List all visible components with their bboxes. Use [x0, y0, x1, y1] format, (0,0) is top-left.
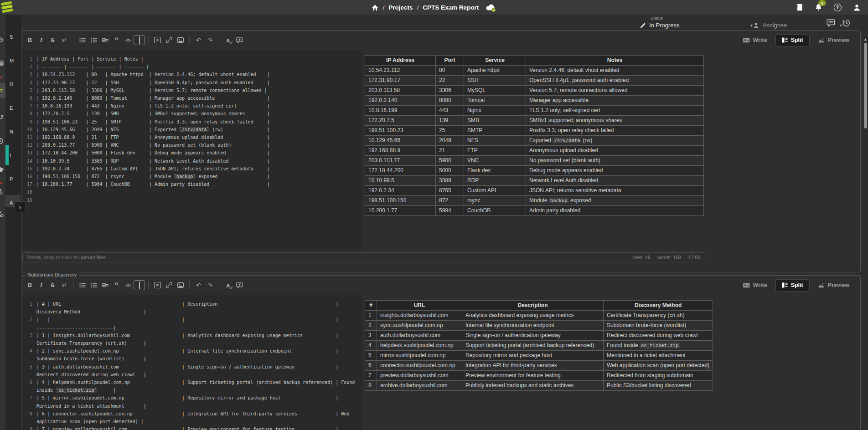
- bold-button[interactable]: B: [24, 280, 36, 290]
- table-header-cell: #: [365, 301, 377, 311]
- tab-preview[interactable]: Preview: [811, 279, 856, 292]
- collapsed-section-item[interactable]: D: [10, 80, 20, 88]
- notifications-bell-icon[interactable]: 6: [813, 2, 823, 12]
- italic-button[interactable]: I: [36, 280, 47, 290]
- footnote-button[interactable]: F: [152, 35, 163, 45]
- superscript-button[interactable]: x²: [58, 35, 70, 45]
- numbered-list-button[interactable]: 123: [88, 280, 99, 290]
- spellcheck-button[interactable]: A✓: [222, 280, 234, 290]
- collapsed-section-item[interactable]: E: [10, 104, 20, 112]
- tab-preview[interactable]: Preview: [811, 34, 856, 46]
- table-cell: NFS: [464, 136, 526, 146]
- collapsed-section-item[interactable]: S: [10, 33, 20, 41]
- settings-gear-icon[interactable]: ⚙: [0, 36, 5, 44]
- undo-history-icon[interactable]: ↺: [0, 113, 5, 121]
- collapsed-section-item[interactable]: N: [10, 128, 20, 136]
- file-upload-dropzone[interactable]: Paste, drop or click to upload files lin…: [22, 252, 705, 262]
- recent-clock-icon[interactable]: [0, 138, 5, 146]
- numbered-list-button[interactable]: 123: [88, 35, 99, 45]
- report-sections-icon[interactable]: ≡: [0, 87, 5, 95]
- editor-line: 1| # | URL | Description |Discovery Meth…: [22, 300, 362, 316]
- bold-button[interactable]: B: [24, 35, 36, 45]
- sidebar-expand-button[interactable]: ›: [14, 201, 26, 212]
- scrollbar-thumb[interactable]: [864, 43, 867, 128]
- blockquote-button[interactable]: “: [111, 280, 122, 290]
- chef-hat-icon[interactable]: [0, 167, 5, 175]
- breadcrumb-projects-link[interactable]: Projects: [388, 4, 413, 11]
- notification-dot: [0, 182, 2, 184]
- undo-button[interactable]: ↶: [193, 35, 204, 45]
- blockquote-button[interactable]: “: [111, 35, 122, 45]
- strikethrough-button[interactable]: S: [47, 35, 58, 45]
- image-button[interactable]: [175, 280, 186, 290]
- table-button[interactable]: [134, 35, 145, 45]
- help-icon[interactable]: ?: [832, 2, 842, 12]
- table-cell: RDP: [464, 176, 526, 186]
- table-header-cell: Discovery Method: [604, 301, 713, 311]
- superscript-button[interactable]: x²: [58, 280, 70, 290]
- table-header-cell: IP Address: [365, 56, 436, 66]
- comments-icon[interactable]: [826, 18, 836, 27]
- scroll-up-arrow[interactable]: ▲: [863, 37, 868, 42]
- table-cell: 203.0.113.58: [365, 86, 436, 96]
- window-scrollbar: ▲: [863, 15, 868, 430]
- collapsed-section-item[interactable]: I: [10, 151, 20, 159]
- line-number: 5: [22, 87, 36, 94]
- history-icon[interactable]: [841, 18, 851, 27]
- table-cell: 2049: [436, 136, 464, 146]
- code-button[interactable]: <>: [122, 280, 134, 290]
- redo-button[interactable]: ↷: [204, 35, 216, 45]
- bullet-list-button[interactable]: [77, 35, 88, 45]
- markdown-source-editor[interactable]: 1| IP Address | Port | Service | Notes |…: [21, 50, 362, 250]
- add-comment-button[interactable]: [234, 280, 245, 290]
- markdown-source-editor[interactable]: 1| # | URL | Description |Discovery Meth…: [21, 295, 362, 430]
- table-cell: 8765: [436, 186, 464, 196]
- home-icon[interactable]: [372, 4, 379, 11]
- line-number: 14: [22, 157, 36, 165]
- editor-line: 15| 192.0.2.34 | 8765 | Custom API | JSO…: [22, 165, 362, 173]
- tab-write[interactable]: Write: [736, 279, 774, 292]
- code-button[interactable]: <>: [122, 35, 134, 45]
- tab-write[interactable]: Write: [736, 34, 774, 46]
- table-row: 10.129.45.662049NFSExported /srv/data (r…: [365, 136, 704, 146]
- italic-button[interactable]: I: [36, 35, 47, 45]
- add-comment-button[interactable]: [234, 35, 245, 45]
- markdown-toolbar: BISx²123“<>F↶↷A✓: [24, 280, 245, 290]
- link-button[interactable]: [163, 280, 175, 290]
- markdown-toolbar: BISx²123“<>F↶↷A✓: [24, 35, 245, 45]
- line-number: 3: [22, 71, 36, 78]
- redo-button[interactable]: ↷: [204, 280, 216, 290]
- notebook-icon[interactable]: [794, 2, 804, 12]
- upload-hint: Paste, drop or click to upload files: [27, 255, 106, 260]
- table-cell: 872: [436, 196, 464, 206]
- table-cell: Single sign-on / authentication gateway: [462, 331, 604, 341]
- user-settings-icon[interactable]: [0, 210, 5, 219]
- link-button[interactable]: [163, 35, 175, 45]
- collapsed-section-item[interactable]: M: [10, 56, 20, 65]
- collapsed-section-item[interactable]: P: [10, 175, 20, 183]
- line-number: 4: [22, 79, 36, 87]
- table-cell: auth.dollarboysushil.com: [377, 331, 462, 341]
- editor-line: 6| 192.0.2.140 | 8080 | Tomcat | Manager…: [22, 94, 362, 102]
- walking-person-icon[interactable]: [0, 189, 5, 197]
- table-cell: 2: [365, 321, 377, 331]
- tab-split[interactable]: Split: [775, 279, 810, 292]
- footnote-button[interactable]: F: [152, 280, 163, 290]
- account-icon[interactable]: [852, 2, 862, 12]
- table-button[interactable]: [134, 280, 145, 290]
- task-list-button[interactable]: [99, 35, 111, 45]
- editor-line: 7| 10.8.16.199 | 443 | Nginx | TLS 1.2 o…: [22, 102, 362, 110]
- save-icon[interactable]: ▤: [0, 58, 5, 67]
- undo-button[interactable]: ↶: [193, 280, 204, 290]
- bullet-list-button[interactable]: [77, 280, 88, 290]
- tab-split[interactable]: Split: [775, 34, 810, 46]
- app-logo-icon[interactable]: [0, 0, 16, 15]
- image-button[interactable]: [175, 35, 186, 45]
- breadcrumb-current-page[interactable]: CPTS Exam Report: [423, 4, 479, 11]
- table-cell: 8: [365, 381, 377, 391]
- status-select[interactable]: Status In Progress ▾: [640, 16, 753, 29]
- table-cell: Exported /srv/data (rw): [526, 136, 704, 146]
- spellcheck-button[interactable]: A✓: [222, 35, 234, 45]
- task-list-button[interactable]: [99, 280, 111, 290]
- strikethrough-button[interactable]: S: [47, 280, 58, 290]
